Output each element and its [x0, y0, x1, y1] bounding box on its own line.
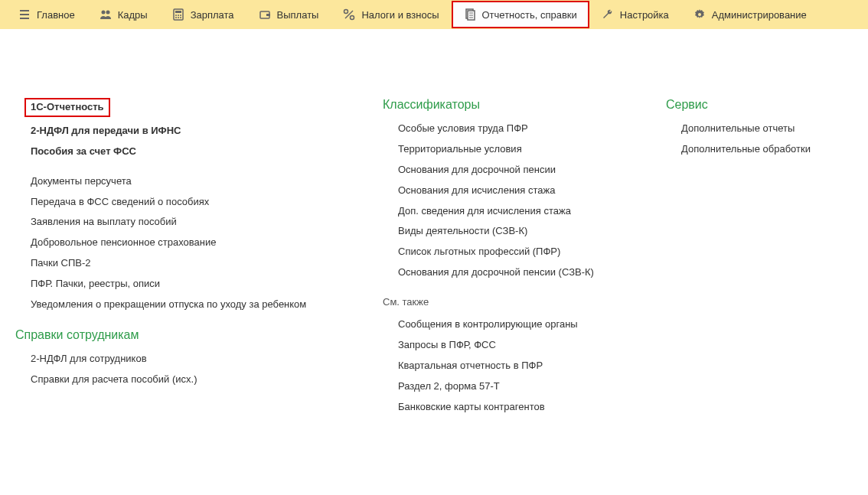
svg-point-0: [101, 11, 105, 15]
link-item[interactable]: Передача в ФСС сведений о пособиях: [31, 196, 321, 209]
regular-links-1: Документы персучета Передача в ФСС сведе…: [15, 175, 321, 311]
link-item[interactable]: Территориальные условия: [398, 143, 620, 156]
svg-line-14: [345, 11, 353, 18]
link-item[interactable]: Основания для досрочной пенсии (СЗВ-К): [398, 266, 620, 279]
nav-label: Администрирование: [712, 9, 807, 21]
link-item[interactable]: 2-НДФЛ для сотрудников: [31, 353, 321, 366]
link-item[interactable]: Уведомления о прекращении отпуска по ухо…: [31, 298, 321, 311]
wrench-icon: [602, 8, 614, 21]
nav-item-salary[interactable]: Зарплата: [160, 1, 246, 28]
nav-item-admin[interactable]: Администрирование: [681, 1, 819, 28]
section-head-service: Сервис: [666, 98, 834, 112]
link-item[interactable]: Сообщения в контролирующие органы: [398, 318, 620, 331]
nav-label: Отчетность, справки: [482, 9, 577, 21]
svg-point-5: [178, 15, 179, 16]
see-also-list: Сообщения в контролирующие органы Запрос…: [383, 318, 620, 413]
link-item[interactable]: Запросы в ПФР, ФСС: [398, 339, 620, 352]
link-2ndfl-ifns[interactable]: 2-НДФЛ для передачи в ИФНС: [31, 125, 321, 138]
svg-point-13: [351, 16, 354, 20]
nav-item-taxes[interactable]: Налоги и взносы: [331, 1, 451, 28]
link-item[interactable]: Список льготных профессий (ПФР): [398, 246, 620, 259]
nav-label: Главное: [37, 9, 75, 21]
svg-point-7: [175, 17, 177, 18]
nav-item-personnel[interactable]: Кадры: [87, 1, 160, 28]
nav-label: Выплаты: [277, 9, 319, 21]
wallet-icon: [259, 8, 271, 21]
link-item[interactable]: ПФР. Пачки, реестры, описи: [31, 278, 321, 291]
people-icon: [100, 8, 112, 21]
link-fss-benefits[interactable]: Пособия за счет ФСС: [31, 145, 321, 158]
svg-point-4: [175, 15, 177, 16]
gear-icon: [693, 8, 706, 21]
section-head-employee-refs: Справки сотрудникам: [15, 328, 321, 342]
percent-icon: [343, 8, 355, 21]
svg-point-12: [344, 10, 348, 14]
nav-item-main[interactable]: Главное: [6, 1, 87, 28]
link-item[interactable]: Доп. сведения для исчисления стажа: [398, 205, 620, 218]
svg-rect-3: [175, 11, 181, 13]
nav-label: Настройка: [620, 9, 669, 21]
link-item[interactable]: Банковские карты контрагентов: [398, 401, 620, 414]
column-2: Классификаторы Особые условия труда ПФР …: [383, 98, 620, 431]
top-navigation: Главное Кадры Зарплата Выплаты Налоги и …: [0, 0, 868, 29]
calc-icon: [172, 8, 184, 21]
column-3: Сервис Дополнительные отчеты Дополнитель…: [666, 98, 834, 431]
link-item[interactable]: Раздел 2, форма 57-Т: [398, 380, 620, 393]
link-item[interactable]: Основания для досрочной пенсии: [398, 164, 620, 177]
link-item[interactable]: Основания для исчисления стажа: [398, 184, 620, 197]
link-item[interactable]: Дополнительные обработки: [681, 143, 834, 156]
content-area: 1С-Отчетность 2-НДФЛ для передачи в ИФНС…: [0, 29, 868, 461]
nav-label: Кадры: [118, 9, 148, 21]
link-item[interactable]: Документы персучета: [31, 175, 321, 188]
see-also-label: См. также: [383, 296, 620, 308]
bold-links: 1С-Отчетность 2-НДФЛ для передачи в ИФНС…: [15, 98, 321, 158]
link-item[interactable]: Особые условия труда ПФР: [398, 122, 620, 135]
nav-label: Налоги и взносы: [361, 9, 439, 21]
svg-rect-11: [266, 14, 270, 16]
classifiers-list: Особые условия труда ПФР Территориальные…: [383, 122, 620, 279]
section-head-classifiers: Классификаторы: [383, 98, 620, 112]
link-1c-reporting[interactable]: 1С-Отчетность: [24, 98, 110, 117]
link-item[interactable]: Квартальная отчетность в ПФР: [398, 360, 620, 373]
menu-icon: [18, 8, 31, 21]
svg-point-8: [178, 17, 179, 18]
svg-point-6: [180, 15, 181, 16]
column-1: 1С-Отчетность 2-НДФЛ для передачи в ИФНС…: [15, 98, 321, 431]
link-item[interactable]: Справки для расчета пособий (исх.): [31, 373, 321, 386]
link-item[interactable]: Дополнительные отчеты: [681, 122, 834, 135]
nav-item-settings[interactable]: Настройка: [589, 1, 681, 28]
link-item[interactable]: Пачки СПВ-2: [31, 257, 321, 270]
link-item[interactable]: Заявления на выплату пособий: [31, 216, 321, 229]
svg-point-20: [698, 13, 701, 16]
nav-item-payments[interactable]: Выплаты: [246, 1, 331, 28]
svg-point-1: [106, 11, 109, 15]
link-item[interactable]: Виды деятельности (СЗВ-К): [398, 225, 620, 238]
doc-icon: [464, 8, 476, 21]
link-item[interactable]: Добровольное пенсионное страхование: [31, 236, 321, 249]
nav-item-reports[interactable]: Отчетность, справки: [452, 1, 589, 28]
nav-label: Зарплата: [191, 9, 234, 21]
employee-refs-list: 2-НДФЛ для сотрудников Справки для расче…: [15, 353, 321, 386]
svg-point-9: [180, 17, 181, 18]
service-list: Дополнительные отчеты Дополнительные обр…: [666, 122, 834, 156]
